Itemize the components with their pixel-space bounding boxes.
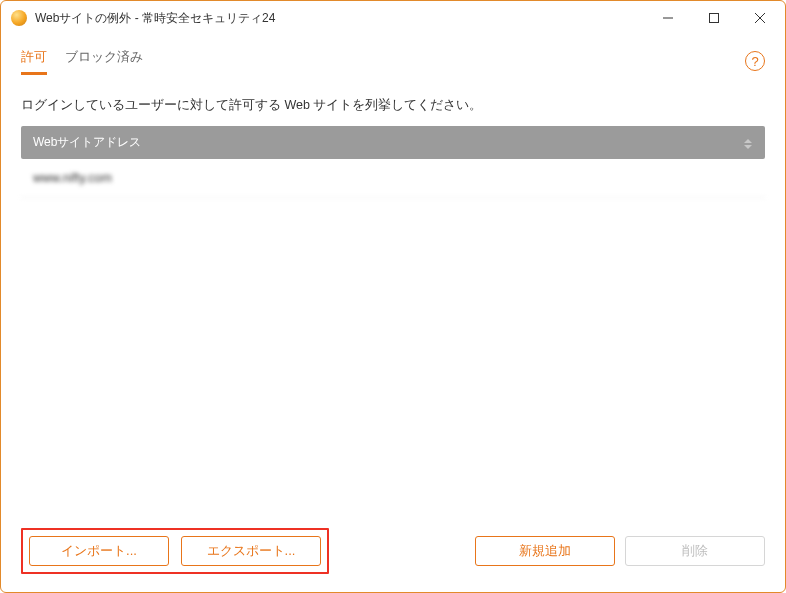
minimize-button[interactable] (645, 1, 691, 35)
help-icon[interactable]: ? (745, 51, 765, 71)
export-button[interactable]: エクスポート... (181, 536, 321, 566)
svg-marker-4 (744, 139, 752, 143)
app-icon (11, 10, 27, 26)
highlight-box: インポート... エクスポート... (21, 528, 329, 574)
svg-rect-1 (710, 14, 719, 23)
content-area: 許可 ブロック済み ? ログインしているユーザーに対して許可する Web サイト… (1, 35, 785, 592)
window-controls (645, 1, 783, 35)
tab-allow[interactable]: 許可 (21, 48, 47, 75)
tabs: 許可 ブロック済み (21, 48, 143, 75)
close-button[interactable] (737, 1, 783, 35)
svg-marker-5 (744, 145, 752, 149)
sort-icon (743, 138, 753, 148)
add-button[interactable]: 新規追加 (475, 536, 615, 566)
tabs-row: 許可 ブロック済み ? (21, 47, 765, 75)
instruction-text: ログインしているユーザーに対して許可する Web サイトを列挙してください。 (21, 97, 765, 114)
maximize-button[interactable] (691, 1, 737, 35)
tab-blocked[interactable]: ブロック済み (65, 48, 143, 75)
titlebar: Webサイトの例外 - 常時安全セキュリティ24 (1, 1, 785, 35)
window-title: Webサイトの例外 - 常時安全セキュリティ24 (35, 10, 645, 27)
import-button[interactable]: インポート... (29, 536, 169, 566)
table-header-label: Webサイトアドレス (33, 134, 141, 151)
table-row[interactable]: www.nifty.com (21, 159, 765, 198)
table-header[interactable]: Webサイトアドレス (21, 126, 765, 159)
dialog-window: Webサイトの例外 - 常時安全セキュリティ24 許可 ブロック済み ? ログイ… (0, 0, 786, 593)
delete-button: 削除 (625, 536, 765, 566)
footer: インポート... エクスポート... 新規追加 削除 (21, 528, 765, 574)
